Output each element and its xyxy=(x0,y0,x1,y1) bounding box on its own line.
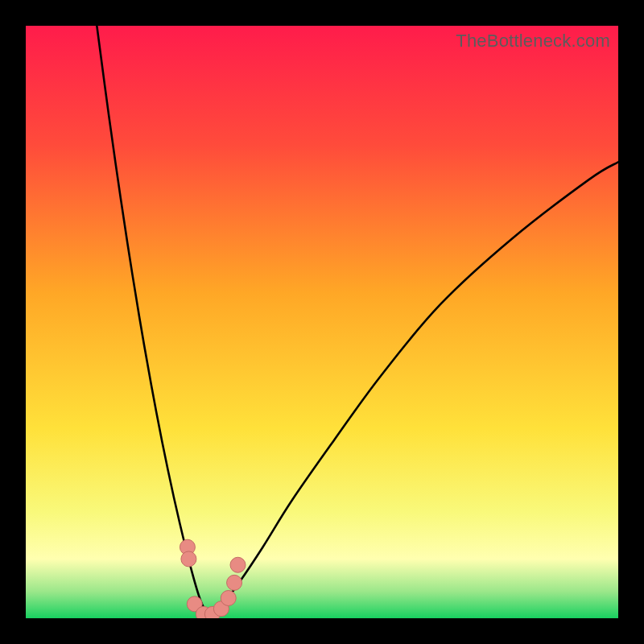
bottleneck-curve xyxy=(26,26,618,618)
curve-right-branch xyxy=(209,162,618,618)
watermark-text: TheBottleneck.com xyxy=(456,31,610,52)
plot-area: TheBottleneck.com xyxy=(26,26,618,618)
marker-dot xyxy=(227,575,242,590)
marker-dot xyxy=(221,590,236,605)
curve-markers xyxy=(180,539,246,618)
marker-dot xyxy=(181,551,196,567)
marker-dot xyxy=(230,557,246,572)
curve-left-branch xyxy=(97,26,209,618)
chart-frame: TheBottleneck.com xyxy=(0,0,644,644)
